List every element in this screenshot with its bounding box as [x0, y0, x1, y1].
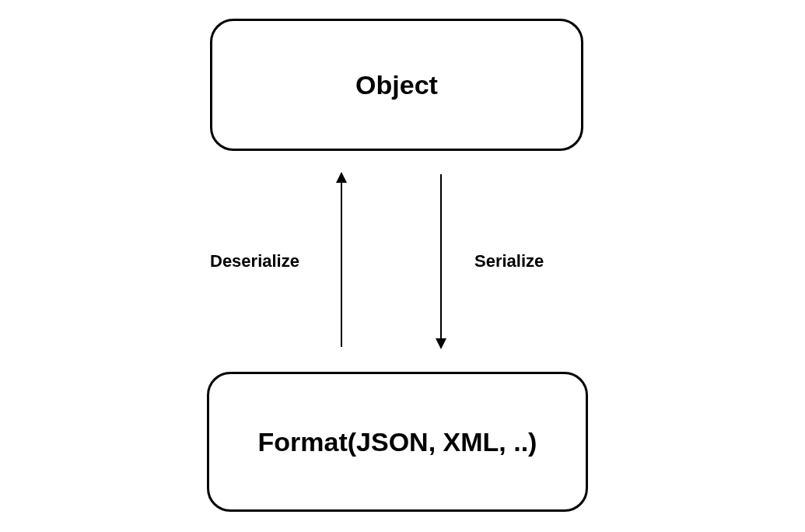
object-box: Object — [210, 19, 583, 151]
serialize-arrow-line — [440, 174, 442, 344]
format-box: Format(JSON, XML, ..) — [207, 372, 588, 512]
object-box-label: Object — [355, 70, 438, 100]
format-box-label: Format(JSON, XML, ..) — [258, 427, 537, 457]
deserialize-label: Deserialize — [210, 251, 299, 271]
deserialize-arrow-line — [341, 177, 342, 347]
serialize-label: Serialize — [474, 251, 544, 271]
serialize-arrow-head — [436, 338, 446, 349]
deserialize-arrow-head — [336, 172, 347, 183]
